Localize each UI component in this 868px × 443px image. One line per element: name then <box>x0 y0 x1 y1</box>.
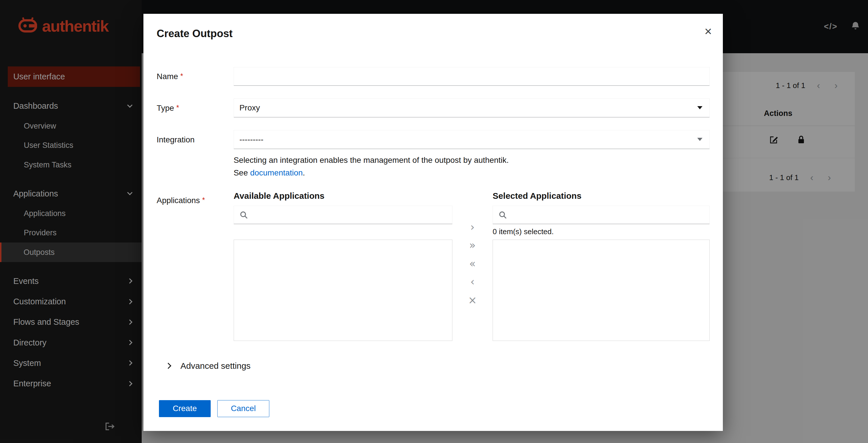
available-listbox[interactable] <box>234 240 453 341</box>
search-icon <box>240 211 248 219</box>
dual-list-controls: › » « ‹ × <box>453 191 493 341</box>
create-button[interactable]: Create <box>159 400 211 417</box>
advanced-settings-toggle[interactable]: Advanced settings <box>157 361 710 371</box>
dual-list-selector: Available Applications › » « <box>234 191 710 341</box>
applications-field-row: Applications* Available Applications <box>157 191 710 341</box>
search-icon <box>499 211 507 219</box>
advanced-settings-label: Advanced settings <box>181 361 251 371</box>
name-label: Name* <box>157 67 234 86</box>
type-select[interactable]: Proxy <box>234 98 710 117</box>
integration-label: Integration <box>157 130 234 179</box>
screen: </> authentik User interf <box>0 0 868 443</box>
available-pane: Available Applications <box>234 191 453 341</box>
available-search-input[interactable] <box>234 206 453 224</box>
type-field-row: Type* Proxy <box>157 98 710 117</box>
modal-header: Create Outpost × <box>144 14 723 50</box>
applications-label: Applications* <box>157 191 234 341</box>
available-pane-title: Available Applications <box>234 191 453 201</box>
modal-footer: Create Cancel <box>144 400 723 431</box>
integration-select[interactable]: --------- <box>234 130 710 149</box>
integration-field-row: Integration --------- Selecting an integ… <box>157 130 710 179</box>
integration-select-value: --------- <box>234 130 710 149</box>
name-field-row: Name* <box>157 67 710 86</box>
modal-title: Create Outpost <box>157 28 232 39</box>
caret-down-icon <box>697 106 703 109</box>
type-select-value: Proxy <box>234 98 710 117</box>
caret-down-icon <box>697 138 703 141</box>
close-icon[interactable]: × <box>705 25 712 38</box>
required-mark: * <box>176 104 179 112</box>
selected-pane-title: Selected Applications <box>493 191 710 201</box>
selected-count-status: 0 item(s) selected. <box>493 224 710 240</box>
selected-search-input[interactable] <box>493 206 710 224</box>
add-all-button[interactable]: » <box>466 240 479 251</box>
documentation-link[interactable]: documentation <box>250 168 303 177</box>
type-label: Type* <box>157 98 234 117</box>
modal-body: Name* Type* Proxy In <box>144 50 723 400</box>
chevron-right-icon <box>165 363 172 369</box>
selected-pane: Selected Applications 0 item(s) selected… <box>493 191 710 341</box>
remove-selected-button[interactable]: ‹ <box>467 277 478 287</box>
selected-listbox[interactable] <box>493 240 710 341</box>
available-search <box>234 206 453 224</box>
name-input[interactable] <box>234 67 710 86</box>
create-outpost-modal: Create Outpost × Name* Type* Proxy <box>144 14 723 431</box>
available-status-spacer <box>234 224 453 240</box>
cancel-button[interactable]: Cancel <box>217 400 269 417</box>
add-selected-button[interactable]: › <box>467 222 478 233</box>
integration-help-text: Selecting an integration enables the man… <box>234 154 710 179</box>
required-mark: * <box>180 72 183 80</box>
required-mark: * <box>202 196 205 204</box>
remove-all-button[interactable]: « <box>466 259 479 269</box>
delete-selected-button[interactable]: × <box>465 295 480 306</box>
selected-search <box>493 206 710 224</box>
